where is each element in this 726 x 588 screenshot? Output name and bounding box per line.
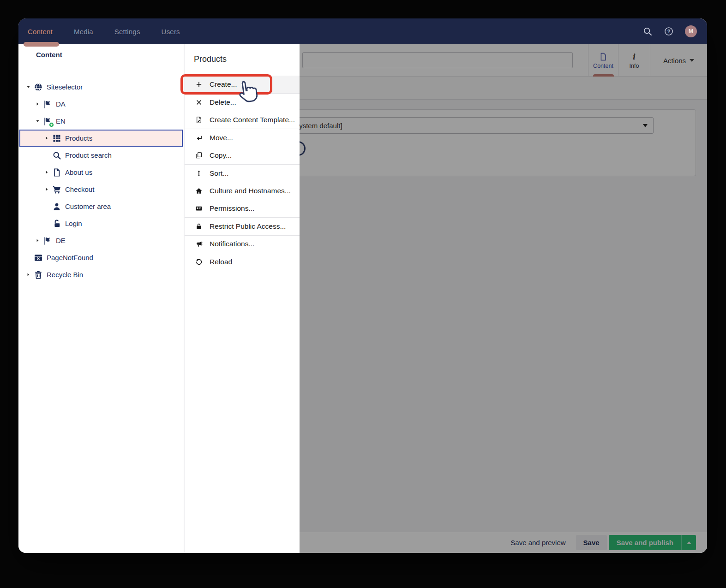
- nav-tab-content[interactable]: Content: [28, 28, 53, 36]
- cart-icon: [52, 185, 61, 194]
- top-navbar: ContentMediaSettingsUsers ? M: [18, 18, 707, 44]
- flag-icon: [43, 236, 52, 245]
- menu-item-reload[interactable]: Reload: [185, 253, 300, 271]
- tree-item-siteselector[interactable]: Siteselector: [18, 78, 184, 95]
- home-icon: [195, 187, 203, 195]
- menu-item-label: Restrict Public Access...: [210, 222, 286, 231]
- flag-icon: +: [43, 117, 52, 126]
- menu-item-delete[interactable]: Delete...: [185, 94, 300, 112]
- tree-item-products[interactable]: Products: [19, 130, 183, 147]
- flag-icon: [43, 100, 52, 109]
- menu-item-label: Copy...: [210, 151, 232, 160]
- menu-item-label: Sort...: [210, 169, 228, 178]
- content-tree-pane: Content SiteselectorDA+ENProductsProduct…: [18, 44, 184, 553]
- grid-icon: [52, 134, 61, 143]
- tree-item-login[interactable]: Login: [18, 215, 184, 232]
- menu-item-create[interactable]: Create...: [185, 76, 300, 94]
- menu-item-label: Create...: [210, 80, 237, 89]
- caret-right-icon[interactable]: [43, 169, 50, 176]
- tree-item-label: Siteselector: [47, 83, 83, 91]
- context-menu-title: Products: [194, 54, 300, 64]
- menu-item-label: Create Content Template...: [210, 116, 295, 124]
- tree-pane-heading: Content: [36, 51, 184, 59]
- menu-item-label: Move...: [210, 134, 233, 142]
- menu-item-label: Notifications...: [210, 240, 254, 248]
- sort-icon: [195, 170, 203, 177]
- search-icon: [52, 151, 61, 160]
- nav-tab-settings[interactable]: Settings: [114, 28, 140, 36]
- caret-down-icon[interactable]: [34, 118, 41, 125]
- navbar-right: ? M: [642, 25, 697, 37]
- tree-item-label: Product search: [65, 151, 112, 159]
- caret-spacer: [24, 254, 32, 261]
- move-icon: [195, 134, 203, 142]
- menu-item-restrict-public-access[interactable]: Restrict Public Access...: [185, 218, 300, 236]
- menu-item-culture-and-hostnames[interactable]: Culture and Hostnames...: [185, 182, 300, 200]
- tree-item-label: Recycle Bin: [47, 271, 83, 279]
- caret-spacer: [43, 220, 50, 227]
- megaphone-icon: [195, 240, 203, 248]
- help-icon[interactable]: ?: [664, 26, 674, 36]
- caret-right-icon[interactable]: [43, 135, 50, 142]
- tree-item-label: PageNotFound: [47, 254, 93, 261]
- menu-item-copy[interactable]: Copy...: [185, 147, 300, 165]
- caret-spacer: [43, 203, 50, 210]
- modal-dim-overlay: [300, 44, 707, 553]
- created-badge-icon: +: [49, 122, 54, 127]
- menu-item-label: Culture and Hostnames...: [210, 187, 291, 195]
- doc-template-icon: [195, 116, 203, 124]
- id-card-icon: [195, 205, 203, 212]
- copy-icon: [195, 152, 203, 159]
- doc-icon: [52, 168, 61, 177]
- reload-icon: [195, 258, 203, 266]
- tree-item-de[interactable]: DE: [18, 232, 184, 249]
- context-menu-items: Create...Delete...Create Content Templat…: [185, 76, 300, 271]
- tree-item-label: About us: [65, 168, 92, 176]
- caret-down-icon[interactable]: [24, 83, 32, 91]
- screenshot-stage: ContentMediaSettingsUsers ? M: [0, 0, 726, 588]
- menu-item-label: Reload: [210, 258, 232, 266]
- caret-right-icon[interactable]: [43, 186, 50, 193]
- tree-item-product-search[interactable]: Product search: [18, 147, 184, 164]
- trash-icon: [34, 270, 43, 279]
- caret-right-icon[interactable]: [34, 101, 41, 108]
- menu-item-move[interactable]: Move...: [185, 129, 300, 147]
- tree-item-customer-area[interactable]: Customer area: [18, 198, 184, 215]
- tree-item-label: Checkout: [65, 185, 94, 193]
- globe-icon: [34, 83, 43, 92]
- menu-item-permissions[interactable]: Permissions...: [185, 200, 300, 218]
- tree-item-label: Products: [65, 134, 92, 142]
- tree-item-en[interactable]: +EN: [18, 113, 184, 130]
- x-mark-icon: [195, 99, 203, 106]
- context-menu: Products Create...Delete...Create Conten…: [184, 44, 300, 553]
- app-window: ContentMediaSettingsUsers ? M: [18, 18, 707, 553]
- tree-item-label: Login: [65, 220, 82, 227]
- tree-item-pagenotfound[interactable]: PageNotFound: [18, 249, 184, 266]
- content-tree: SiteselectorDA+ENProductsProduct searchA…: [18, 78, 184, 283]
- browser-x-icon: [34, 253, 43, 262]
- search-icon[interactable]: [642, 26, 653, 36]
- caret-right-icon[interactable]: [24, 271, 32, 279]
- menu-item-create-content-template[interactable]: Create Content Template...: [185, 111, 300, 129]
- unlock-icon: [52, 219, 61, 228]
- svg-text:?: ?: [667, 29, 671, 34]
- active-tab-indicator: [24, 42, 59, 47]
- menu-item-notifications[interactable]: Notifications...: [185, 236, 300, 254]
- tree-item-da[interactable]: DA: [18, 95, 184, 113]
- caret-spacer: [43, 152, 50, 159]
- tree-item-label: DA: [56, 100, 66, 108]
- plus-icon: [195, 81, 203, 88]
- caret-right-icon[interactable]: [34, 237, 41, 244]
- nav-tab-users[interactable]: Users: [162, 28, 180, 36]
- tree-item-recycle-bin[interactable]: Recycle Bin: [18, 266, 184, 283]
- nav-tab-media[interactable]: Media: [74, 28, 93, 36]
- tree-item-label: Customer area: [65, 202, 111, 210]
- person-icon: [52, 202, 61, 211]
- menu-item-label: Permissions...: [210, 204, 254, 213]
- menu-item-sort[interactable]: Sort...: [185, 165, 300, 183]
- tree-item-checkout[interactable]: Checkout: [18, 181, 184, 198]
- tree-item-label: DE: [56, 237, 66, 244]
- tree-item-about-us[interactable]: About us: [18, 164, 184, 181]
- tree-item-label: EN: [56, 117, 66, 125]
- user-avatar[interactable]: M: [685, 25, 697, 37]
